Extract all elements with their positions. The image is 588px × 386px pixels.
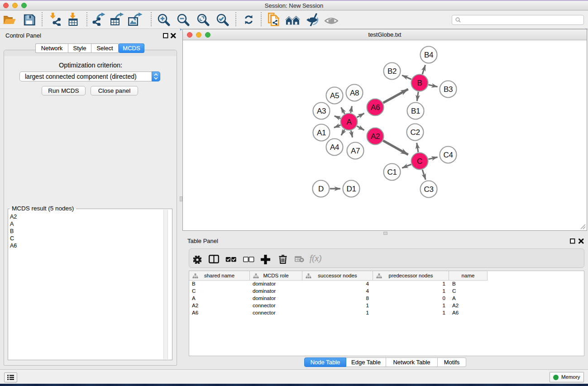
svg-text:B2: B2 (387, 67, 397, 76)
svg-text:C1: C1 (387, 168, 397, 176)
svg-text:B4: B4 (424, 51, 433, 59)
svg-text:D1: D1 (347, 185, 356, 193)
svg-text:A7: A7 (351, 147, 360, 155)
svg-text:A8: A8 (350, 89, 359, 97)
svg-text:C2: C2 (411, 128, 420, 137)
svg-text:A6: A6 (371, 103, 380, 112)
svg-text:A1: A1 (317, 129, 326, 137)
svg-text:D: D (318, 185, 324, 193)
svg-text:A5: A5 (330, 91, 339, 100)
svg-text:A2: A2 (371, 132, 380, 141)
svg-text:B1: B1 (411, 107, 420, 115)
svg-text:C4: C4 (444, 151, 453, 159)
svg-text:A4: A4 (330, 143, 339, 152)
svg-text:C3: C3 (424, 185, 434, 194)
svg-text:A: A (347, 118, 352, 126)
svg-text:B3: B3 (444, 85, 453, 94)
svg-text:B: B (417, 79, 422, 87)
svg-text:C: C (417, 157, 422, 166)
svg-text:A3: A3 (317, 107, 326, 115)
